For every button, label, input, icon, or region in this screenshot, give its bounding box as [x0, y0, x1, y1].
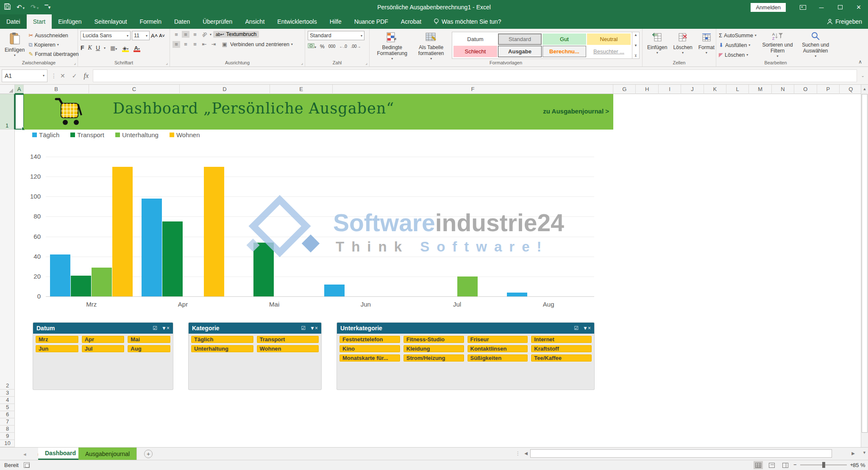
- row-header-9[interactable]: 9: [0, 433, 15, 440]
- macro-record-icon[interactable]: [24, 462, 30, 468]
- conditional-formatting-button[interactable]: ≠ Bedingte Formatierung ▾: [372, 31, 412, 62]
- column-header-G[interactable]: G: [613, 85, 636, 94]
- number-format-select[interactable]: Standard▾: [308, 31, 364, 40]
- scroll-down-icon[interactable]: ▼: [861, 448, 868, 457]
- scroll-up-icon[interactable]: ▲: [861, 85, 868, 93]
- style-chip-schlecht[interactable]: Schlecht: [453, 46, 497, 57]
- column-header-H[interactable]: H: [636, 85, 658, 94]
- percent-style-icon[interactable]: %: [320, 44, 325, 50]
- cancel-icon[interactable]: ✕: [60, 72, 65, 79]
- slicer-item-friseur[interactable]: Friseur: [467, 335, 529, 343]
- column-header-D[interactable]: D: [180, 85, 270, 94]
- row-header-8[interactable]: 8: [0, 426, 15, 433]
- bar-apr-transport[interactable]: [162, 221, 183, 296]
- column-header-I[interactable]: I: [659, 85, 681, 94]
- bar-mai-transport[interactable]: [253, 243, 274, 296]
- zoom-out-icon[interactable]: −: [793, 462, 797, 468]
- align-middle-icon[interactable]: ≡: [182, 31, 189, 38]
- column-header-O[interactable]: O: [794, 85, 817, 94]
- slicer-item-transport[interactable]: Transport: [256, 335, 320, 343]
- slicer-item-kleidung[interactable]: Kleidung: [403, 345, 465, 353]
- row-header-3[interactable]: 3: [0, 390, 15, 397]
- bar-mrz-transport[interactable]: [71, 276, 91, 297]
- collapse-ribbon-icon[interactable]: ∧: [858, 59, 862, 65]
- minimize-button[interactable]: ─: [812, 0, 831, 14]
- menu-tab-ansicht[interactable]: Ansicht: [239, 14, 271, 29]
- journal-link[interactable]: zu Ausgabenjournal >: [543, 108, 609, 115]
- gallery-scroll-strip[interactable]: ▲▼⊻: [632, 32, 640, 59]
- name-box[interactable]: A1▾: [2, 69, 47, 82]
- sheet-tab-dashboard[interactable]: Dashboard: [38, 448, 83, 460]
- page-break-view-button[interactable]: [781, 461, 790, 469]
- grow-font-icon[interactable]: A˄: [151, 33, 158, 39]
- close-button[interactable]: ×: [849, 0, 868, 14]
- vertical-scroll-thumb[interactable]: [862, 94, 868, 433]
- zoom-slider[interactable]: [800, 464, 847, 465]
- align-center-icon[interactable]: ≡: [182, 41, 189, 48]
- menu-tab-formeln[interactable]: Formeln: [134, 14, 168, 29]
- select-all-corner[interactable]: [0, 85, 15, 94]
- slicer-item-stromheizung[interactable]: Strom/Heizung: [403, 354, 465, 362]
- bar-apr-täglich[interactable]: [142, 199, 162, 296]
- borders-icon[interactable]: ▦▾: [109, 45, 118, 51]
- selected-cell-a1[interactable]: [15, 94, 24, 130]
- fill-color-icon[interactable]: ◈▾: [122, 45, 129, 51]
- column-header-E[interactable]: E: [270, 85, 333, 94]
- multiselect-icon[interactable]: ☑: [153, 325, 157, 331]
- clear-filter-icon[interactable]: ▼×: [161, 325, 170, 331]
- column-header-N[interactable]: N: [772, 85, 794, 94]
- slicer-item-festnetztelefon[interactable]: Festnetztelefon: [339, 335, 401, 343]
- share-button[interactable]: Freigeben: [827, 14, 862, 29]
- align-top-icon[interactable]: ≡: [172, 31, 180, 38]
- style-chip-besuchter[interactable]: Besuchter ...: [587, 46, 631, 57]
- wrap-text-button[interactable]: ab↩Textumbruch: [213, 31, 259, 38]
- italic-button[interactable]: K: [88, 44, 92, 51]
- style-chip-ausgabe[interactable]: Ausgabe: [498, 46, 542, 57]
- align-bottom-icon[interactable]: ≡: [191, 31, 199, 38]
- row-header-5[interactable]: 5: [0, 404, 15, 411]
- column-header-F[interactable]: F: [333, 85, 613, 94]
- sign-in-button[interactable]: Anmelden: [751, 3, 786, 12]
- scrollbar-split-handle[interactable]: ⋮: [515, 451, 520, 456]
- cut-button[interactable]: ✂Ausschneiden: [28, 31, 78, 40]
- vertical-scrollbar[interactable]: ▲: [861, 85, 868, 456]
- menu-tab-start[interactable]: Start: [27, 14, 52, 29]
- bar-apr-wohnen[interactable]: [204, 167, 224, 296]
- multiselect-icon[interactable]: ☑: [574, 325, 579, 331]
- underline-button[interactable]: U: [96, 44, 100, 51]
- bar-jun-täglich[interactable]: [324, 285, 345, 296]
- slicer-item-wohnen[interactable]: Wohnen: [256, 345, 320, 353]
- increase-decimal-icon[interactable]: ←.0: [339, 44, 347, 49]
- horizontal-scroll-thumb[interactable]: [530, 449, 832, 458]
- delete-cells-button[interactable]: Löschen▾: [671, 31, 694, 56]
- style-chip-berechnu[interactable]: Berechnu...: [542, 46, 586, 57]
- slicer-item-kontaktlinsen[interactable]: Kontaktlinsen: [467, 345, 529, 353]
- align-left-icon[interactable]: ≡: [172, 41, 180, 48]
- normal-view-button[interactable]: [754, 461, 763, 469]
- sort-filter-button[interactable]: AZ Sortieren und Filtern▾: [759, 31, 796, 59]
- column-header-A[interactable]: A: [15, 85, 24, 94]
- slicer-item-jul[interactable]: Jul: [81, 345, 125, 353]
- style-chip-datum[interactable]: Datum: [453, 33, 497, 45]
- bar-jul-unterhaltung[interactable]: [457, 276, 478, 296]
- slicer-item-teekaffee[interactable]: Tee/Kaffee: [531, 354, 592, 362]
- menu-tab-entwicklertools[interactable]: Entwicklertools: [271, 14, 323, 29]
- maximize-button[interactable]: [831, 0, 849, 14]
- column-header-C[interactable]: C: [89, 85, 180, 94]
- format-cells-button[interactable]: Format▾: [696, 31, 717, 56]
- insert-function-icon[interactable]: fx: [83, 72, 89, 80]
- style-chip-neutral[interactable]: Neutral: [587, 33, 631, 45]
- column-header-M[interactable]: M: [749, 85, 771, 94]
- clipboard-dialog-launcher-icon[interactable]: ⌟: [74, 61, 76, 65]
- column-header-J[interactable]: J: [681, 85, 704, 94]
- scroll-left-icon[interactable]: ◀: [523, 449, 529, 458]
- format-as-table-button[interactable]: Als Tabelle formatieren ▾: [412, 31, 450, 62]
- add-sheet-icon[interactable]: +: [144, 450, 153, 458]
- column-header-L[interactable]: L: [726, 85, 749, 94]
- expand-formula-bar-icon[interactable]: ⌄: [861, 73, 865, 78]
- page-layout-view-button[interactable]: [767, 461, 776, 469]
- scroll-right-icon[interactable]: ▶: [850, 449, 857, 458]
- format-painter-button[interactable]: ✎Format übertragen: [28, 50, 78, 58]
- autosum-button[interactable]: ΣAutoSumme▾: [719, 31, 757, 40]
- sheet-tab-ausgabenjournal[interactable]: Ausgabenjournal: [78, 448, 137, 460]
